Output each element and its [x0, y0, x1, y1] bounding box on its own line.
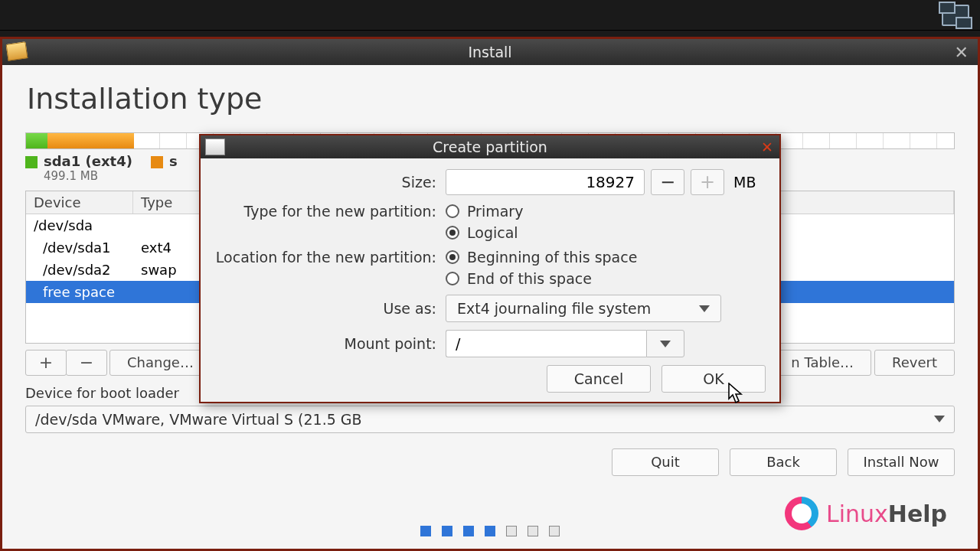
use-as-value: Ext4 journaling file system — [457, 300, 651, 317]
cell-device: /dev/sda1 — [26, 238, 133, 257]
brand-logo: LinuxHelp — [785, 497, 947, 530]
radio-icon — [446, 204, 459, 218]
radio-icon — [446, 250, 459, 264]
cell-device: /dev/sda — [26, 216, 133, 235]
radio-label: Logical — [467, 224, 518, 241]
radio-label: Beginning of this space — [467, 249, 637, 266]
mouse-cursor-icon — [727, 383, 744, 404]
location-label: Location for the new partition: — [208, 249, 446, 266]
chevron-down-icon — [699, 305, 710, 312]
pager-dot — [506, 526, 517, 536]
cell-device: free space — [26, 282, 133, 302]
network-icon[interactable] — [942, 5, 969, 26]
legend-item-sda2: s — [151, 154, 178, 170]
quit-button[interactable]: Quit — [612, 448, 719, 476]
pager-dot — [463, 526, 474, 536]
legend-swatch — [151, 156, 163, 168]
cell-device: /dev/sda2 — [26, 260, 133, 279]
revert-button[interactable]: Revert — [874, 350, 955, 376]
use-as-label: Use as: — [208, 300, 446, 317]
change-partition-button[interactable]: Change… — [109, 350, 211, 376]
size-decrement-button[interactable]: − — [651, 169, 684, 195]
dialog-title: Create partition — [433, 139, 547, 155]
mount-label: Mount point: — [208, 335, 446, 352]
boot-loader-value: /dev/sda VMware, VMware Virtual S (21.5 … — [35, 411, 362, 428]
header-device: Device — [26, 191, 133, 214]
footer-buttons: Quit Back Install Now — [25, 448, 955, 476]
size-input[interactable] — [446, 169, 645, 195]
cancel-button[interactable]: Cancel — [547, 365, 651, 393]
app-icon — [6, 41, 28, 60]
radio-icon — [446, 272, 459, 285]
window-title: Install — [468, 44, 511, 60]
legend-size: 499.1 MB — [44, 170, 132, 183]
legend-label: sda1 (ext4) — [44, 154, 132, 170]
location-radio-end[interactable]: End of this space — [446, 270, 592, 287]
top-panel — [0, 0, 980, 31]
radio-label: Primary — [467, 203, 523, 220]
radio-icon — [446, 226, 459, 240]
use-as-select[interactable]: Ext4 journaling file system — [446, 295, 721, 322]
type-label: Type for the new partition: — [208, 203, 446, 220]
chevron-down-icon — [934, 416, 945, 422]
header-type: Type — [133, 191, 202, 214]
pager-dot — [549, 526, 560, 536]
remove-partition-button[interactable]: − — [66, 350, 107, 376]
ok-button[interactable]: OK — [662, 365, 766, 393]
titlebar: Install ✕ — [2, 39, 978, 65]
new-partition-table-button[interactable]: n Table… — [773, 350, 871, 376]
cell-type: ext4 — [133, 238, 202, 257]
back-button[interactable]: Back — [730, 448, 837, 476]
legend-item-sda1: sda1 (ext4) 499.1 MB — [25, 154, 132, 183]
desktop: Install ✕ Installation type sda1 (ext4) … — [0, 0, 980, 551]
mount-point-dropdown-button[interactable] — [646, 330, 684, 357]
cell-type: swap — [133, 260, 202, 279]
pager-dot — [442, 526, 452, 536]
pager-dot — [420, 526, 431, 536]
legend-swatch — [25, 156, 38, 168]
legend-label: s — [169, 154, 178, 170]
dialog-body: Size: − + MB Type for the new partition:… — [201, 158, 779, 402]
boot-loader-select[interactable]: /dev/sda VMware, VMware Virtual S (21.5 … — [25, 406, 955, 433]
chevron-down-icon — [660, 341, 671, 347]
logo-mark-icon — [785, 497, 818, 530]
dialog-titlebar: Create partition ✕ — [201, 135, 779, 158]
usage-segment-sda2 — [47, 133, 134, 148]
type-radio-primary[interactable]: Primary — [446, 203, 523, 220]
cell-type — [133, 216, 202, 235]
dialog-app-icon — [205, 139, 225, 155]
size-label: Size: — [208, 174, 446, 191]
radio-label: End of this space — [467, 270, 592, 287]
dialog-close-icon[interactable]: ✕ — [761, 139, 773, 155]
size-increment-button[interactable]: + — [691, 169, 724, 195]
close-icon[interactable]: ✕ — [955, 43, 969, 62]
pager-dot — [528, 526, 538, 536]
type-radio-logical[interactable]: Logical — [446, 224, 518, 241]
create-partition-dialog: Create partition ✕ Size: − + MB Type for… — [199, 134, 781, 403]
usage-segment-sda1 — [26, 133, 47, 148]
dialog-buttons: Cancel OK — [208, 365, 766, 393]
size-unit: MB — [733, 174, 756, 191]
page-heading: Installation type — [27, 82, 955, 116]
install-button[interactable]: Install Now — [848, 448, 955, 476]
mount-point-input[interactable] — [446, 330, 646, 357]
step-pager — [420, 526, 560, 536]
logo-text: LinuxHelp — [826, 500, 947, 527]
location-radio-begin[interactable]: Beginning of this space — [446, 249, 637, 266]
add-partition-button[interactable]: + — [25, 350, 67, 376]
pager-dot — [485, 526, 495, 536]
